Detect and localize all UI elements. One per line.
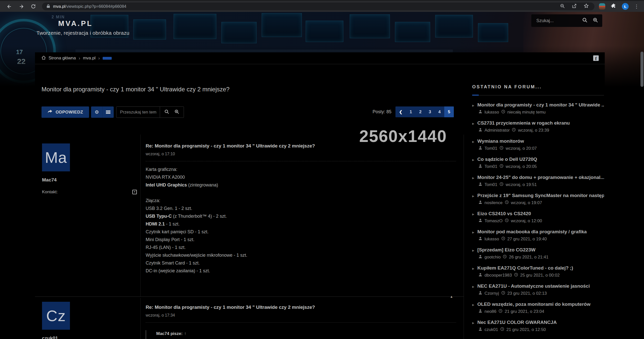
pagination-page[interactable]: 1 [406,106,416,117]
sidebar-topic-link[interactable]: Monitor pod macbooka dla programisty / g… [477,229,587,235]
sidebar-topic-time: wczoraj, o 23:39 [518,128,549,133]
user-icon [478,218,482,223]
post-username[interactable]: Mac74 [42,177,140,183]
breadcrumb-topic-chip[interactable] [103,57,112,60]
sidebar-topic-item: ▶ NEC EA271U - Automatyczne ustawienie j… [472,283,604,296]
clock-icon [512,128,516,133]
search-icon[interactable] [582,17,588,24]
scrollbar-thumb[interactable] [640,52,643,87]
pagination-prev-button[interactable]: ❮ [395,106,406,117]
sidebar-topic-item: ▶ OLED wszędzie, poza monitorami do komp… [472,302,604,314]
home-icon[interactable] [42,56,46,61]
sidebar-topic-link[interactable]: Wymiana monitorów [477,138,524,144]
triangle-right-icon: ▶ [472,231,474,234]
forward-icon[interactable] [19,4,24,9]
advanced-search-icon[interactable] [174,109,179,115]
reply-button[interactable]: ODPOWIEDZ [42,106,89,118]
clock-icon [501,237,505,242]
profile-avatar[interactable]: Ł [622,3,629,10]
sidebar-topic-user: lukasso [485,237,499,242]
breadcrumb-section-link[interactable]: mva.pl [83,56,96,61]
topic-tools-button[interactable]: ⚙ [91,106,102,118]
sidebar-topic-link[interactable]: [Sprzedam] Eizo CG223W [477,247,535,253]
sidebar-topic-item: ▶ Monitor dla programisty - czy 1 monito… [472,102,604,115]
contact-label: Kontakt: [42,190,58,195]
sidebar-topic-link[interactable]: OLED wszędzie, poza monitorami do komput… [477,302,590,307]
user-icon [478,273,482,278]
avatar[interactable]: Cz [42,302,70,330]
sidebar-topic-time: 25 gru 2021, o 00:02 [520,273,560,278]
topic-search-box [116,106,184,118]
post-username[interactable]: czuk01 [42,335,140,339]
sidebar-topic-link[interactable]: NEC EA271U - Automatyczne ustawienie jas… [477,283,590,289]
post-title-link[interactable]: Re: Monitor dla programisty - czy 1 moni… [146,305,456,310]
back-icon[interactable] [7,4,12,9]
page-wrapper: Strona główna › mva.pl › f Monitor dla p… [35,52,605,339]
hamburger-icon [106,110,110,114]
sidebar-title: OSTATNIO NA FORUM... [472,84,604,90]
triangle-right-icon: ▶ [472,176,474,180]
sidebar-topic-link[interactable]: Monitor 24-25" do domu + programowanie +… [477,175,604,180]
clock-icon [503,255,507,260]
sidebar-topic-user: czuk01 [485,327,498,332]
sidebar-topic-link[interactable]: Monitor dla programisty - czy 1 monitor … [477,102,604,108]
reply-arrow-icon [48,109,53,115]
sidebar-topic-link[interactable]: Nec EA271U COLOR GWARANCJA [477,320,557,325]
sidebar-topic-link[interactable]: Co sądzicie o Dell U2720Q [477,157,537,162]
pagination-page[interactable]: 2 [416,106,425,117]
post-time: wczoraj, o 17:10 [146,152,456,156]
share-icon[interactable] [572,4,577,10]
triangle-right-icon: ▶ [472,249,474,252]
menu-kebab-icon[interactable]: ⋮ [634,4,639,9]
triangle-right-icon: ▶ [472,267,474,270]
extensions-puzzle-icon[interactable] [611,3,616,10]
recent-topics-sidebar: OSTATNIO NA FORUM... ▶ Monitor dla progr… [472,84,604,338]
sidebar-topic-link[interactable]: Eizo CS2410 vs CS2420 [477,211,531,216]
user-icon [478,309,482,314]
quote-jump-icon[interactable]: ↑ [184,331,186,336]
sidebar-topic-time: 26 gru 2021, o 21:41 [509,255,548,260]
search-icon[interactable] [164,109,169,115]
site-title[interactable]: MVA.PL [36,19,114,28]
sidebar-topic-user: gootchio [485,255,501,260]
pagination-page[interactable]: 5 [444,106,454,117]
sidebar-topic-item: ▶ [Sprzedam] Eizo CG223W gootchio 26 gru… [472,247,604,260]
sidebar-topic-time: wczoraj, o 19:07 [511,200,542,205]
url-bar[interactable]: mva.pl/viewtopic.php?p=66084#p66084 [42,3,594,10]
breadcrumb-home-link[interactable]: Strona główna [49,56,76,61]
topic-search-input[interactable] [116,110,160,115]
sidebar-topic-item: ▶ Co sądzicie o Dell U2720Q Tom01 wczora… [472,157,604,169]
sidebar-topic-user: Tom01 [485,164,497,169]
sidebar-topic-link[interactable]: CS2731 przyciemnienia w rogach ekranu [477,120,570,126]
sidebar-topic-item: ▶ Monitor pod macbooka dla programisty /… [472,229,604,242]
bookmark-star-icon[interactable] [584,3,589,10]
facebook-icon[interactable]: f [593,55,599,61]
sidebar-topic-user: TomaszO [485,218,503,223]
triangle-right-icon: ▶ [472,303,474,307]
pagination-page[interactable]: 4 [435,106,444,117]
triangle-right-icon: ▶ [472,104,474,107]
clock-icon [500,146,503,151]
pagination-page[interactable]: 3 [425,106,435,117]
sidebar-topic-time: 21 gru 2021, o 23:04 [505,309,544,314]
user-icon [478,237,482,242]
sidebar-topic-item: ▶ Kupiłem EA271Q ColorTuned - co dalej? … [472,265,604,278]
avatar[interactable]: Ma [42,143,70,171]
topic-menu-button[interactable] [102,106,114,118]
breadcrumb: Strona główna › mva.pl › f [35,52,605,64]
advanced-search-icon[interactable] [593,17,598,24]
sidebar-topic-link[interactable]: Przejście z 19" Samsung SyncMaster na mo… [477,193,604,198]
sidebar-topic-time: wczoraj, o 20:05 [506,164,537,169]
user-icon [478,200,482,205]
triangle-right-icon: ▶ [472,285,474,288]
topic-title[interactable]: Monitor dla programisty - czy 1 monitor … [42,86,229,93]
clock-icon [500,182,503,187]
site-search-input[interactable] [536,18,580,23]
contact-dropdown-icon[interactable]: ▼ [132,190,137,194]
zoom-out-icon[interactable] [560,4,565,10]
reload-icon[interactable] [31,4,36,9]
sidebar-topic-item: ▶ Wymiana monitorów Tom01 wczoraj, o 20:… [472,138,604,151]
quote-cite: Mac74 pisze:↑ [156,331,456,336]
extension-avatar-icon[interactable] [599,3,605,10]
sidebar-topic-link[interactable]: Kupiłem EA271Q ColorTuned - co dalej? ;) [477,265,573,271]
